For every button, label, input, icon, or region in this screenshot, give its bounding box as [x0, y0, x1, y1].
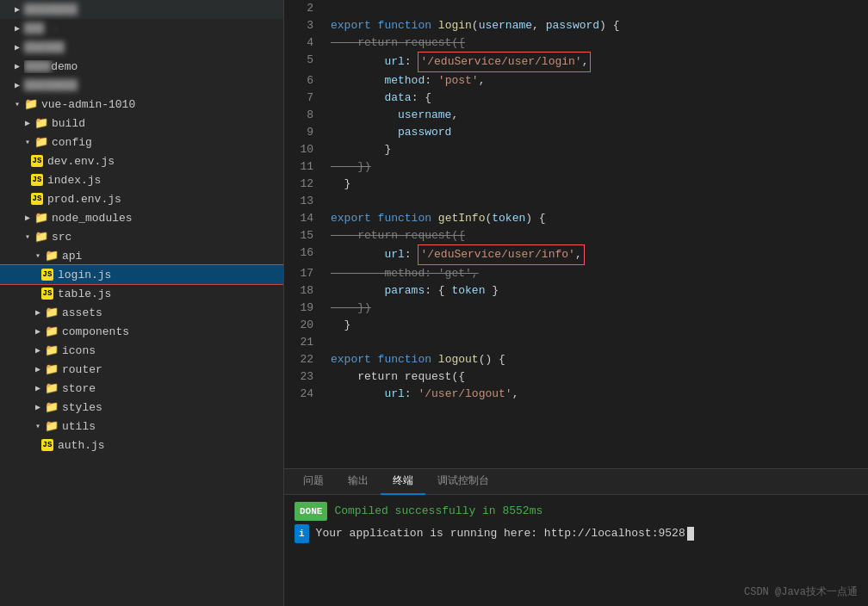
- code-line-11: 11 }): [284, 158, 868, 176]
- line-content: [327, 334, 868, 351]
- sidebar-item-styles[interactable]: ▶ 📁 styles: [0, 398, 283, 417]
- tab-debug[interactable]: 调试控制台: [425, 469, 501, 495]
- chevron-right-icon: ▶: [31, 343, 45, 357]
- folder-icon: 📁: [45, 343, 59, 357]
- sidebar-item-router[interactable]: ▶ 📁 router: [0, 360, 283, 379]
- sidebar-item-blurred-1[interactable]: ▶ ████████: [0, 0, 283, 19]
- js-file-icon: JS: [41, 269, 53, 281]
- line-content: }): [327, 158, 868, 176]
- sidebar-item-node-modules[interactable]: ▶ 📁 node_modules: [0, 208, 283, 227]
- sidebar-item-table-js[interactable]: JS table.js: [0, 284, 283, 303]
- code-line-7: 7 data: {: [284, 90, 868, 107]
- folder-icon: 📁: [45, 400, 59, 414]
- folder-icon: 📁: [45, 381, 59, 395]
- code-line-23: 23 return request({: [284, 368, 868, 386]
- sidebar-item-label: node_modules: [52, 212, 133, 225]
- sidebar-item-auth-js[interactable]: JS auth.js: [0, 436, 283, 454]
- tab-output[interactable]: 输出: [336, 469, 381, 495]
- code-line-4: 4 return request({: [284, 34, 868, 52]
- sidebar-item-components[interactable]: ▶ 📁 components: [0, 322, 283, 341]
- line-number: 18: [284, 282, 327, 300]
- tab-output-label: 输出: [348, 473, 369, 488]
- code-line-2: 2: [284, 0, 868, 17]
- code-editor[interactable]: 2 3 export function login(username, pass…: [284, 0, 868, 468]
- line-number: 19: [284, 300, 327, 317]
- folder-icon: 📁: [45, 306, 59, 319]
- code-line-20: 20 }: [284, 317, 868, 334]
- code-line-14: 14 export function getInfo(token) {: [284, 210, 868, 227]
- line-number: 14: [284, 210, 327, 227]
- chevron-down-icon: ▾: [31, 419, 45, 433]
- sidebar-item-api[interactable]: ▾ 📁 api: [0, 246, 283, 265]
- line-content: url: '/user/logout',: [327, 386, 868, 403]
- tab-terminal[interactable]: 终端: [381, 469, 425, 495]
- sidebar-item-label: config: [52, 136, 92, 149]
- code-line-8: 8 username,: [284, 107, 868, 124]
- folder-icon: 📁: [34, 116, 48, 130]
- terminal-content: DONE Compiled successfully in 8552ms i Y…: [284, 495, 868, 606]
- sidebar-item-label: components: [62, 325, 129, 338]
- line-content: export function login(username, password…: [327, 17, 868, 34]
- line-content: params: { token }: [327, 282, 868, 300]
- editor-area: 2 3 export function login(username, pass…: [284, 0, 868, 606]
- sidebar-item-vue-admin[interactable]: ▾ 📁 vue-admin-1010: [0, 95, 283, 114]
- sidebar-item-icons[interactable]: ▶ 📁 icons: [0, 341, 283, 360]
- sidebar-item-prod-env[interactable]: JS prod.env.js: [0, 189, 283, 208]
- done-badge: DONE: [294, 502, 327, 521]
- line-number: 23: [284, 368, 327, 386]
- chevron-down-icon: ▾: [10, 97, 24, 111]
- sidebar-item-blurred-2[interactable]: ▶ ███ -: [0, 19, 283, 38]
- line-number: 16: [284, 244, 327, 265]
- chevron-right-icon: ▶: [31, 362, 45, 376]
- sidebar-item-store[interactable]: ▶ 📁 store: [0, 379, 283, 398]
- line-content: return request({: [327, 34, 868, 52]
- chevron-down-icon: ▾: [21, 135, 34, 149]
- sidebar-item-dev-env[interactable]: JS dev.env.js: [0, 152, 283, 170]
- sidebar-item-demo[interactable]: ▶ ████demo: [0, 57, 283, 76]
- js-file-icon: JS: [31, 155, 43, 167]
- chevron-right-icon: ▶: [10, 78, 24, 92]
- sidebar-item-label: utils: [62, 420, 96, 433]
- sidebar-item-index-js[interactable]: JS index.js: [0, 170, 283, 189]
- sidebar-item-label: src: [52, 231, 71, 244]
- code-lines: 2 3 export function login(username, pass…: [284, 0, 868, 403]
- line-number: 17: [284, 265, 327, 282]
- terminal-panel: 问题 输出 终端 调试控制台 DONE Compiled successfull…: [284, 468, 868, 606]
- js-file-icon: JS: [41, 439, 53, 451]
- line-number: 15: [284, 227, 327, 244]
- sidebar-item-label: styles: [62, 401, 102, 414]
- line-number: 13: [284, 193, 327, 210]
- line-number: 7: [284, 90, 327, 107]
- sidebar-item-label: ███ -: [24, 22, 58, 35]
- info-badge: i: [294, 524, 309, 543]
- chevron-right-icon: ▶: [10, 40, 24, 54]
- folder-open-icon: 📁: [24, 97, 38, 111]
- sidebar-item-label: table.js: [58, 288, 111, 300]
- folder-open-icon: 📁: [45, 419, 59, 433]
- sidebar-item-label: index.js: [47, 174, 101, 187]
- tab-problems[interactable]: 问题: [291, 469, 336, 495]
- js-file-icon: JS: [31, 174, 43, 186]
- sidebar-item-config[interactable]: ▾ 📁 config: [0, 133, 283, 152]
- line-content: return request({: [327, 227, 868, 244]
- code-line-18: 18 params: { token }: [284, 282, 868, 300]
- sidebar-item-label: dev.env.js: [47, 155, 115, 168]
- chevron-right-icon: ▶: [10, 22, 24, 35]
- tab-debug-label: 调试控制台: [437, 473, 489, 488]
- sidebar-item-build[interactable]: ▶ 📁 build: [0, 114, 283, 133]
- sidebar-item-src[interactable]: ▾ 📁 src: [0, 227, 283, 246]
- folder-open-icon: 📁: [34, 135, 48, 149]
- sidebar-item-login-js[interactable]: JS login.js: [0, 265, 283, 284]
- code-line-15: 15 return request({: [284, 227, 868, 244]
- sidebar-item-label: login.js: [58, 269, 111, 281]
- sidebar-item-assets[interactable]: ▶ 📁 assets: [0, 303, 283, 322]
- line-number: 3: [284, 17, 327, 34]
- sidebar-item-blurred-3[interactable]: ▶ ██████: [0, 38, 283, 57]
- terminal-success-text: Compiled successfully in 8552ms: [334, 503, 542, 520]
- tab-problems-label: 问题: [303, 473, 324, 488]
- sidebar-item-blurred-5[interactable]: ▶ ████████: [0, 76, 283, 95]
- chevron-right-icon: ▶: [10, 3, 24, 16]
- line-content: method: 'get',: [327, 265, 868, 282]
- sidebar-item-utils[interactable]: ▾ 📁 utils: [0, 417, 283, 436]
- line-content: }: [327, 176, 868, 193]
